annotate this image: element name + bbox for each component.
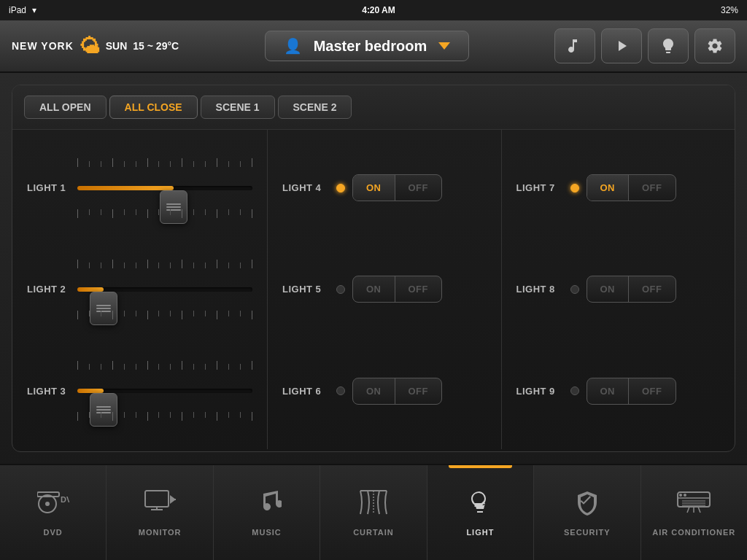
light4-on-btn[interactable]: ON (353, 175, 395, 201)
light3-control: LIGHT 3 (27, 373, 252, 409)
svg-rect-4 (145, 491, 169, 507)
light5-control: LIGHT 5 ON OFF (282, 276, 487, 303)
light6-label: LIGHT 6 (282, 386, 326, 397)
light2-control: LIGHT 2 (27, 271, 252, 308)
room-selector-button[interactable]: 👤 Master bedroom (265, 31, 469, 61)
light1-slider[interactable] (77, 170, 252, 206)
svg-point-16 (679, 494, 682, 497)
svg-rect-11 (678, 492, 710, 507)
top-bar: NEW YORK 🌤 SUN 15 ~ 29°C 👤 Master bedroo… (0, 20, 747, 73)
light6-on-btn[interactable]: ON (353, 378, 395, 404)
light8-indicator (570, 285, 579, 294)
nav-music[interactable]: MUSIC (214, 465, 320, 560)
tab-all-open[interactable]: ALL OPEN (24, 96, 107, 119)
light8-on-btn[interactable]: ON (587, 276, 630, 302)
light9-off-btn[interactable]: OFF (629, 378, 676, 404)
music-button[interactable] (554, 28, 595, 63)
light1-control: LIGHT 1 (27, 170, 252, 206)
light5-on-btn[interactable]: ON (353, 276, 395, 302)
nav-security-label: SECURITY (564, 528, 611, 537)
nav-curtain-label: CURTAIN (353, 528, 394, 537)
svg-rect-2 (37, 492, 59, 497)
light4-switch: ON OFF (336, 174, 442, 201)
nav-security[interactable]: SECURITY (534, 465, 640, 560)
svg-text:DVD: DVD (61, 495, 69, 504)
light1-label: LIGHT 1 (27, 182, 67, 193)
light9-toggle[interactable]: ON OFF (587, 378, 676, 405)
wifi-icon: ▾ (32, 5, 36, 15)
light6-switch: ON OFF (336, 378, 442, 405)
play-button[interactable] (601, 28, 642, 63)
light7-indicator (570, 184, 579, 192)
bottom-nav: DVD DVD MONITOR MUSIC (0, 464, 747, 560)
light9-switch: ON OFF (570, 378, 676, 405)
controls-grid: LIGHT 1 (12, 130, 735, 449)
svg-point-1 (45, 502, 50, 506)
light6-toggle[interactable]: ON OFF (352, 378, 442, 405)
svg-line-20 (698, 507, 700, 513)
clock: 4:20 AM (362, 5, 395, 15)
sliders-column: LIGHT 1 (12, 130, 268, 449)
light9-label: LIGHT 9 (516, 386, 560, 397)
light6-indicator (336, 386, 345, 395)
settings-button[interactable] (694, 28, 735, 63)
nav-airconditioner-label: AIR CONDITIONER (652, 528, 735, 537)
light8-toggle[interactable]: ON OFF (587, 276, 676, 303)
light2-slider[interactable] (77, 271, 252, 308)
weather-day: SUN (106, 40, 128, 52)
light8-label: LIGHT 8 (516, 284, 560, 295)
weather-widget: NEW YORK 🌤 SUN 15 ~ 29°C (12, 34, 179, 58)
toggles-mid-column: LIGHT 4 ON OFF LIGHT 5 ON (268, 130, 502, 449)
light5-label: LIGHT 5 (282, 284, 326, 295)
monitor-icon (144, 489, 176, 522)
music-icon (566, 37, 584, 55)
room-selector: 👤 Master bedroom (191, 31, 543, 61)
nav-dvd[interactable]: DVD DVD (0, 465, 107, 560)
light-nav-icon (467, 489, 493, 522)
tab-scene1[interactable]: SCENE 1 (201, 96, 275, 119)
weather-temp: 15 ~ 29°C (133, 40, 179, 52)
scene-tabs: ALL OPEN ALL CLOSE SCENE 1 SCENE 2 (12, 85, 735, 130)
light6-off-btn[interactable]: OFF (395, 378, 442, 404)
status-bar: iPad ▾ 4:20 AM 32% (0, 0, 747, 20)
nav-airconditioner[interactable]: AIR CONDITIONER (641, 465, 747, 560)
light4-toggle[interactable]: ON OFF (352, 174, 442, 201)
light8-off-btn[interactable]: OFF (629, 276, 676, 302)
light5-switch: ON OFF (336, 276, 442, 303)
music-nav-icon (252, 489, 282, 522)
dvd-icon: DVD (37, 489, 69, 522)
city-label: NEW YORK (12, 40, 74, 52)
room-name-label: Master bedroom (314, 38, 427, 55)
light7-switch: ON OFF (570, 174, 676, 201)
gear-icon (706, 37, 724, 55)
light7-control: LIGHT 7 ON OFF (516, 174, 721, 201)
nav-monitor[interactable]: MONITOR (107, 465, 213, 560)
control-panel: ALL OPEN ALL CLOSE SCENE 1 SCENE 2 LIGHT… (12, 85, 735, 452)
light-button[interactable] (648, 28, 689, 63)
top-controls (554, 28, 735, 63)
light5-toggle[interactable]: ON OFF (352, 276, 442, 303)
light4-indicator (336, 184, 345, 192)
light5-off-btn[interactable]: OFF (395, 276, 442, 302)
light9-on-btn[interactable]: ON (587, 378, 630, 404)
device-label: iPad (9, 5, 26, 15)
curtain-icon (357, 489, 390, 522)
light4-control: LIGHT 4 ON OFF (282, 174, 487, 201)
person-icon: 👤 (284, 37, 302, 55)
nav-music-label: MUSIC (252, 528, 281, 537)
sun-icon: 🌤 (80, 34, 100, 58)
nav-curtain[interactable]: CURTAIN (320, 465, 427, 560)
svg-line-18 (687, 507, 689, 513)
nav-dvd-label: DVD (44, 528, 63, 537)
light7-on-btn[interactable]: ON (587, 175, 630, 201)
tab-scene2[interactable]: SCENE 2 (278, 96, 352, 119)
nav-light[interactable]: LIGHT (427, 465, 534, 560)
tab-all-close[interactable]: ALL CLOSE (109, 96, 198, 119)
light7-off-btn[interactable]: OFF (629, 175, 676, 201)
light4-off-btn[interactable]: OFF (395, 175, 442, 201)
airconditioner-icon (676, 489, 711, 522)
light3-slider[interactable] (77, 373, 252, 409)
chevron-down-icon (438, 42, 450, 50)
toggles-right-column: LIGHT 7 ON OFF LIGHT 8 ON (502, 130, 735, 449)
light7-toggle[interactable]: ON OFF (587, 174, 676, 201)
